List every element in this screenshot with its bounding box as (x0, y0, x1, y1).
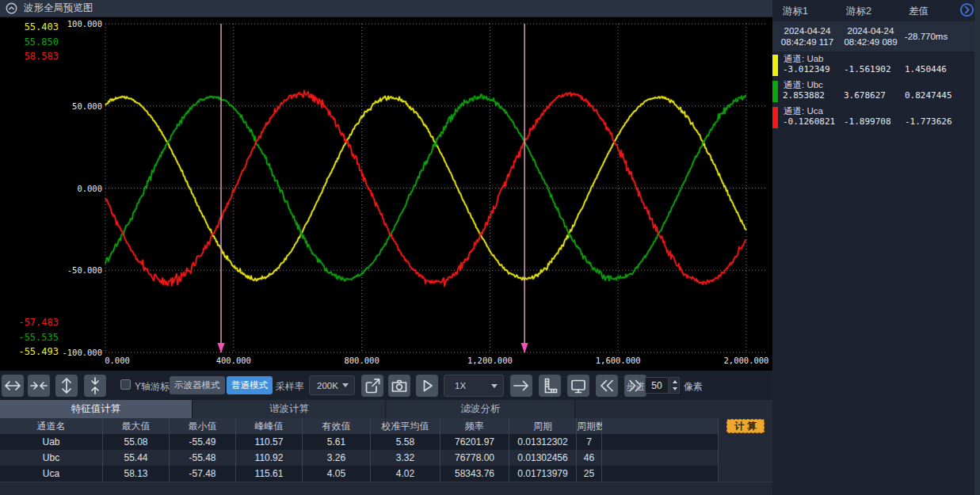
channel-cursor2-value: -1.899708 (844, 116, 891, 127)
channel-max-value: 55.850 (10, 36, 59, 48)
measure-button[interactable] (539, 375, 561, 397)
table-cell: -57.48 (170, 466, 236, 482)
channel-cursor2-value: 3.678627 (844, 90, 886, 101)
analysis-tabs: 特征值计算谐波计算滤波分析 (0, 400, 772, 418)
tab-2[interactable]: 谐波计算 (193, 400, 386, 418)
cursor2-timestamp: 2024-04-2408:42:49 089 (838, 25, 903, 48)
export-button[interactable] (361, 375, 383, 397)
channel-measurement-row: 通道: Ubc2.8538823.6786270.8247445 (772, 78, 974, 104)
expand-horizontal-button[interactable] (2, 375, 24, 397)
chart-cursor-arrow[interactable] (521, 343, 528, 353)
table-cell (602, 434, 719, 450)
table-cell: 110.92 (236, 450, 303, 466)
zoom-dropdown[interactable]: 1X (444, 375, 504, 397)
play-button[interactable] (416, 375, 438, 397)
table-row[interactable]: Ubc55.44-55.48110.923.263.3276778.000.01… (0, 450, 719, 466)
y-axis-tick: 0.000 (29, 184, 102, 193)
caret-down-icon (491, 384, 498, 388)
goto-button[interactable] (510, 375, 532, 397)
step-size-input[interactable] (645, 377, 669, 394)
column-header: 校准平均值 (371, 418, 440, 434)
sample-rate-value: 200K (317, 381, 342, 390)
caret-down-icon (342, 383, 349, 387)
table-cell: Ubc (0, 450, 103, 466)
play-icon (418, 376, 437, 395)
chart-cursor-arrow[interactable] (218, 343, 225, 353)
chart-toolbar: Y轴游标 示波器模式 普通模式 采样率 200K 1X (0, 371, 772, 400)
cursor1-header: 游标1 (783, 5, 808, 18)
x-axis-tick: 1,200.000 (458, 356, 521, 365)
cursor-measurement-panel: 游标1 游标2 差值 2024-04-2408:42:49 117 2024-0… (772, 0, 980, 495)
diff-header: 差值 (909, 5, 929, 18)
expand-horizontal-icon (3, 376, 22, 395)
column-header (602, 418, 719, 434)
tab-1[interactable]: 特征值计算 (0, 400, 193, 418)
normal-mode-button[interactable]: 普通模式 (227, 376, 273, 394)
page-title: 波形全局预览图 (24, 2, 93, 15)
screenshot-button[interactable] (388, 375, 410, 397)
table-row[interactable]: Uca58.13-57.48115.614.054.0258343.760.01… (0, 466, 719, 482)
x-axis-tick: 1,600.000 (586, 356, 650, 365)
table-cell: 115.61 (236, 466, 303, 482)
channel-min-value: -55.535 (10, 332, 59, 343)
sample-rate-label: 采样率 (276, 380, 304, 394)
compress-vertical-button[interactable] (84, 375, 106, 397)
table-cell: 5.61 (303, 434, 371, 450)
channel-max-value: 58.583 (10, 51, 59, 62)
table-cell: 5.58 (371, 434, 440, 450)
table-cell (602, 466, 719, 482)
cursor-diff-value: -28.770ms (901, 31, 951, 42)
table-cell: 3.32 (371, 450, 440, 466)
column-header: 周期数 (577, 418, 602, 434)
collapse-panel-icon[interactable] (6, 2, 17, 14)
y-axis-tick: 100.000 (29, 19, 102, 29)
expand-vertical-button[interactable] (55, 375, 78, 397)
tab-3[interactable]: 滤波分析 (387, 400, 575, 418)
page-prev-button[interactable] (596, 375, 618, 397)
table-cell: -55.48 (170, 450, 236, 466)
oscilloscope-mode-button[interactable]: 示波器模式 (170, 376, 225, 394)
panel-scroll-strip[interactable] (974, 0, 980, 495)
table-cell: Uab (0, 434, 103, 450)
table-cell: 0.01312302 (509, 434, 577, 450)
waveform-chart[interactable]: 55.40355.85058.583 -57.483-55.535-55.493… (0, 17, 772, 371)
table-cell: 55.44 (103, 450, 170, 466)
ruler-icon (540, 376, 559, 395)
channel-measurement-row: 通道: Uab-3.012349-1.5619021.450446 (772, 52, 974, 78)
table-cell: 110.57 (236, 434, 303, 450)
table-header-row[interactable]: 通道名最大值最小值峰峰值有效值校准平均值频率周期周期数 (0, 418, 719, 434)
calculate-button[interactable]: 计 算 (726, 419, 765, 433)
cursor2-header: 游标2 (846, 5, 871, 18)
spinner-down-icon[interactable] (673, 387, 677, 390)
expand-vertical-icon (57, 376, 76, 395)
table-bottom-filler (0, 482, 772, 495)
compress-horizontal-button[interactable] (28, 375, 50, 397)
x-axis-tick: 400.000 (202, 356, 265, 365)
column-header: 有效值 (303, 418, 371, 434)
compress-horizontal-icon (29, 376, 48, 395)
expand-panel-icon[interactable] (959, 2, 974, 17)
table-cell: 4.05 (303, 466, 371, 482)
column-header: 最大值 (103, 418, 170, 434)
channel-diff-value: 0.8247445 (905, 90, 952, 101)
channel-cursor2-value: -1.561902 (844, 64, 891, 74)
spinner-up-icon[interactable] (673, 380, 677, 383)
sample-rate-dropdown[interactable]: 200K (309, 375, 355, 395)
channel-name: 通道: Uab (784, 53, 824, 65)
table-cell: -55.49 (170, 434, 236, 450)
cursor1-timestamp: 2024-04-2408:42:49 117 (776, 25, 839, 48)
chevrons-left-icon (597, 376, 616, 395)
table-row[interactable]: Uab55.08-55.49110.575.615.5876201.970.01… (0, 434, 719, 450)
table-cell: 46 (577, 450, 602, 466)
compress-vertical-icon (86, 376, 105, 395)
y-axis-cursor-checkbox[interactable] (120, 379, 131, 390)
fullscreen-button[interactable] (567, 375, 589, 397)
table-cell: 0.01302456 (509, 450, 577, 466)
step-spinner[interactable] (669, 377, 680, 394)
column-header: 通道名 (0, 418, 103, 434)
table-cell: 76778.00 (440, 450, 509, 466)
table-cell: 3.26 (303, 450, 371, 466)
channel-color-bar (772, 107, 778, 128)
column-header: 频率 (440, 418, 509, 434)
table-cell (602, 450, 719, 466)
